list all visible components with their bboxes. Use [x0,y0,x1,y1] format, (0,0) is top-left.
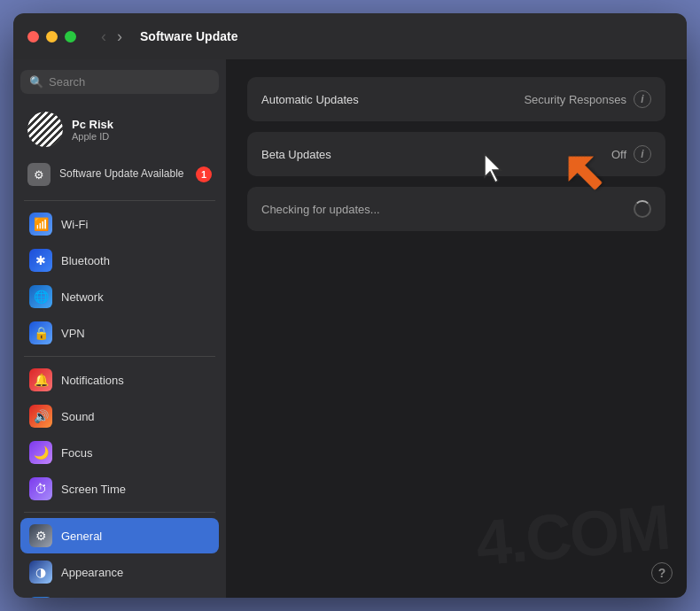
titlebar: ‹ › Software Update [13,13,687,59]
beta-updates-row: Beta Updates Off i [247,132,665,176]
sidebar-label-notifications: Notifications [61,374,124,387]
network-icon: 🌐 [29,285,52,308]
sidebar-item-notifications[interactable]: 🔔 Notifications [20,362,219,398]
beta-updates-value: Off [611,148,626,161]
beta-updates-item[interactable]: Beta Updates Off i [247,132,665,176]
focus-icon: 🌙 [29,441,52,464]
sidebar-item-network[interactable]: 🌐 Network [20,279,219,314]
user-name: Pc Risk [72,118,113,131]
help-button[interactable]: ? [651,562,673,584]
sidebar-label-appearance: Appearance [61,566,123,579]
user-profile[interactable]: Pc Risk Apple ID [20,106,219,156]
sidebar-item-bluetooth[interactable]: ✱ Bluetooth [20,243,219,278]
search-bar[interactable]: 🔍 [20,70,219,94]
update-label: Software Update Available [59,167,187,182]
screentime-icon: ⏱ [29,477,52,500]
content-area: 🔍 Pc Risk Apple ID ⚙ Software Update Ava… [13,59,687,598]
bluetooth-icon: ✱ [29,249,52,272]
automatic-updates-row: Automatic Updates Security Responses i [247,77,665,121]
software-update-row[interactable]: ⚙ Software Update Available 1 [20,156,219,193]
sidebar-item-accessibility[interactable]: ♿ Accessibility [20,591,219,598]
settings-container: Automatic Updates Security Responses i B… [226,59,687,259]
checking-item: Checking for updates... [247,187,665,231]
main-content: 4.COM Automatic Updates Security Respons… [226,59,687,598]
automatic-updates-info-btn[interactable]: i [634,90,651,108]
vpn-icon: 🔒 [29,321,52,344]
nav-arrows: ‹ › [97,27,126,46]
sound-icon: 🔊 [29,405,52,428]
sidebar-item-sound[interactable]: 🔊 Sound [20,398,219,434]
automatic-updates-item[interactable]: Automatic Updates Security Responses i [247,77,665,121]
search-icon: 🔍 [29,75,43,89]
window-title: Software Update [140,29,237,43]
sidebar-items-list: 📶 Wi-Fi ✱ Bluetooth 🌐 Network [20,206,219,598]
update-icon: ⚙ [27,163,51,186]
sidebar-item-general[interactable]: ⚙ General [20,518,219,553]
sidebar-label-screentime: Screen Time [61,483,126,496]
traffic-lights [27,31,76,43]
sidebar-label-sound: Sound [61,410,95,423]
user-subtitle: Apple ID [72,131,113,142]
avatar-image [27,112,63,147]
maximize-button[interactable] [65,31,76,43]
sidebar-label-focus: Focus [61,446,92,460]
update-badge: 1 [196,166,212,182]
main-window: ‹ › Software Update 🔍 Pc Risk Apple ID [13,13,687,598]
checking-row: Checking for updates... [247,187,665,231]
forward-arrow[interactable]: › [113,27,126,46]
sidebar-label-wifi: Wi-Fi [61,218,88,231]
back-arrow[interactable]: ‹ [97,27,110,46]
general-icon: ⚙ [29,524,52,547]
search-input[interactable] [49,75,210,89]
avatar [27,112,63,147]
sidebar-label-vpn: VPN [61,327,85,340]
sidebar-item-vpn[interactable]: 🔒 VPN [20,315,219,351]
wifi-icon: 📶 [29,213,52,236]
sidebar-divider-1 [24,200,215,201]
notifications-icon: 🔔 [29,368,52,391]
sidebar-label-network: Network [61,290,104,304]
watermark: 4.COM [473,491,672,580]
sidebar-item-screentime[interactable]: ⏱ Screen Time [20,471,219,507]
sidebar-item-wifi[interactable]: 📶 Wi-Fi [20,206,219,242]
beta-updates-label: Beta Updates [261,148,611,161]
checking-label: Checking for updates... [261,203,634,216]
user-info: Pc Risk Apple ID [72,118,113,142]
sidebar: 🔍 Pc Risk Apple ID ⚙ Software Update Ava… [13,59,226,598]
sidebar-item-focus[interactable]: 🌙 Focus [20,435,219,470]
close-button[interactable] [27,31,39,43]
sidebar-label-bluetooth: Bluetooth [61,254,110,267]
automatic-updates-label: Automatic Updates [261,93,524,106]
beta-updates-info-btn[interactable]: i [634,145,651,163]
sidebar-label-general: General [61,530,102,543]
sidebar-item-appearance[interactable]: ◑ Appearance [20,554,219,590]
sidebar-divider-2 [24,356,215,357]
sidebar-divider-3 [24,512,215,513]
loading-spinner [634,200,651,218]
update-icon-symbol: ⚙ [34,168,44,182]
minimize-button[interactable] [46,31,58,43]
automatic-updates-value: Security Responses [524,93,626,106]
accessibility-icon: ♿ [29,597,52,598]
appearance-icon: ◑ [29,561,52,584]
